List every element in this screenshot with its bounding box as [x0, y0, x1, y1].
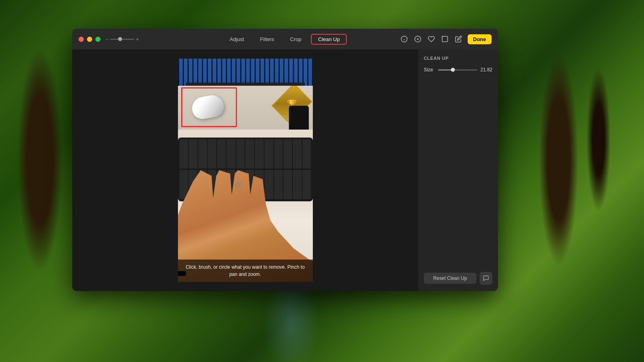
info-icon[interactable] — [400, 35, 409, 43]
toolbar-right: Done — [400, 34, 492, 44]
app-window: − + Adjust Filters Crop Clean Up — [72, 29, 498, 291]
right-panel: CLEAN UP Size 21.82 Reset Clean Up — [418, 49, 498, 291]
tab-cleanup[interactable]: Clean Up — [311, 34, 347, 45]
key — [189, 139, 198, 169]
feedback-button[interactable] — [480, 272, 492, 285]
key — [245, 139, 254, 169]
panel-bottom: Reset Clean Up — [424, 272, 492, 285]
tab-crop[interactable]: Crop — [284, 35, 308, 44]
key — [293, 139, 302, 169]
key — [293, 170, 302, 200]
photo-monitor — [178, 59, 313, 86]
caption-line1: Click, brush, or circle what you want to… — [183, 264, 308, 271]
key — [283, 139, 292, 169]
size-slider[interactable] — [438, 69, 477, 71]
zoom-slider[interactable] — [110, 39, 134, 40]
done-button[interactable]: Done — [468, 34, 492, 44]
panel-title: CLEAN UP — [424, 56, 492, 61]
reset-cleanup-button[interactable]: Reset Clean Up — [424, 273, 476, 284]
close-button[interactable] — [79, 37, 84, 42]
key — [302, 139, 311, 169]
title-bar: − + Adjust Filters Crop Clean Up — [72, 29, 498, 49]
key — [274, 139, 283, 169]
photo-canvas: 🏆 — [178, 59, 313, 282]
hand-ring — [234, 181, 242, 187]
favorite-icon[interactable] — [427, 35, 436, 43]
photo-desk-area: 🏆 — [178, 86, 313, 130]
rotate-icon[interactable] — [441, 35, 449, 43]
size-slider-thumb — [451, 68, 455, 72]
key — [283, 170, 292, 200]
size-value: 21.82 — [480, 67, 492, 73]
share-icon[interactable] — [413, 35, 422, 43]
zoom-slider-thumb — [118, 37, 122, 41]
content-area: 🏆 — [72, 49, 498, 291]
size-slider-fill — [438, 69, 452, 71]
key — [208, 139, 217, 169]
key — [265, 139, 273, 169]
key — [227, 139, 235, 169]
key — [265, 170, 273, 200]
key — [236, 139, 245, 169]
key — [274, 170, 283, 200]
key — [302, 170, 311, 200]
zoom-plus-button[interactable]: + — [136, 36, 139, 42]
key — [217, 139, 226, 169]
selection-highlight — [181, 87, 237, 127]
desk-phone — [289, 106, 309, 130]
key — [180, 139, 188, 169]
monitor-stand — [186, 83, 305, 86]
key — [198, 139, 207, 169]
photo-area[interactable]: 🏆 — [72, 49, 418, 291]
maximize-button[interactable] — [95, 37, 101, 42]
size-label: Size — [424, 67, 435, 73]
zoom-minus-button[interactable]: − — [105, 36, 109, 42]
edit-icon[interactable] — [454, 35, 463, 43]
key — [255, 139, 264, 169]
tab-adjust[interactable]: Adjust — [223, 35, 251, 44]
traffic-lights — [79, 37, 101, 42]
photo-caption: Click, brush, or circle what you want to… — [178, 260, 313, 282]
zoom-control: − + — [105, 36, 139, 42]
tab-filters[interactable]: Filters — [254, 35, 281, 44]
nav-tabs: Adjust Filters Crop Clean Up — [223, 34, 347, 45]
caption-line2: pan and zoom. — [183, 271, 308, 278]
size-control: Size 21.82 — [424, 67, 492, 73]
minimize-button[interactable] — [87, 37, 92, 42]
svg-rect-6 — [442, 36, 448, 42]
photo-keyboard-area — [178, 130, 313, 282]
